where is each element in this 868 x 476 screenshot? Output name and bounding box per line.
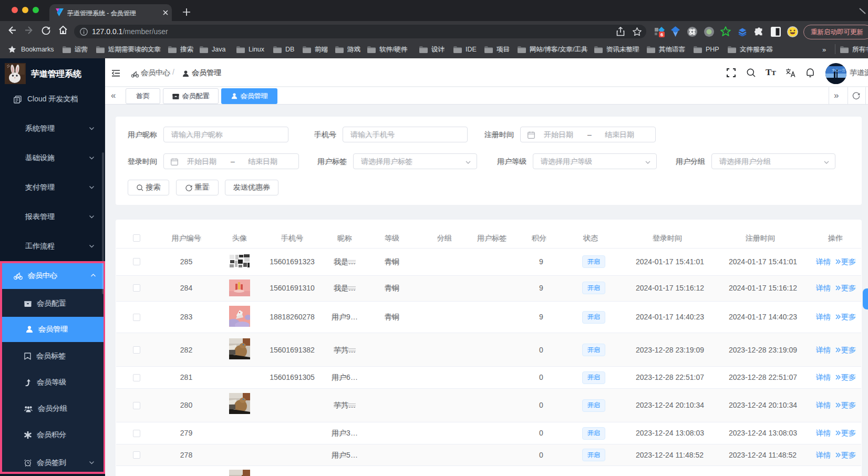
svg-text:文心一言: 文心一言	[832, 68, 846, 73]
svg-text:6: 6	[660, 32, 663, 37]
